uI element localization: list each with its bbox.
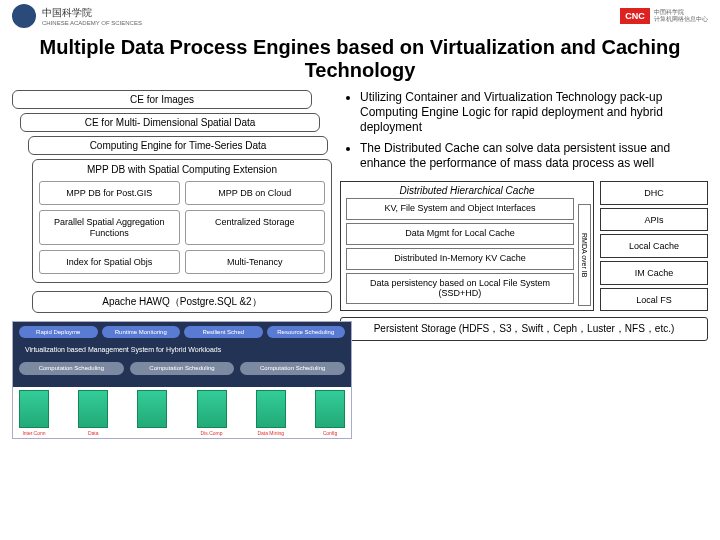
diagram-cap: Runtime Monitoring bbox=[102, 326, 181, 338]
dhc-head: Distributed Hierarchical Cache bbox=[344, 185, 590, 198]
diagram-sched: Computation Scheduling bbox=[240, 362, 345, 374]
bullet-list: Utilizing Container and Virtualization T… bbox=[350, 90, 708, 171]
server-icon bbox=[256, 390, 286, 428]
cnc-text-2: 计算机网络信息中心 bbox=[654, 16, 708, 23]
server-label: Inter.Conn bbox=[19, 430, 49, 436]
dhc-tag: Local FS bbox=[600, 288, 708, 312]
mpp-cell: Parallel Spatial Aggregation Functions bbox=[39, 210, 180, 245]
dhc-row: Data Mgmt for Local Cache bbox=[346, 223, 574, 245]
server-label: Config bbox=[315, 430, 345, 436]
engine-stack: CE for Images CE for Multi- Dimensional … bbox=[12, 90, 332, 313]
mpp-cell: MPP DB for Post.GIS bbox=[39, 181, 180, 205]
ce-images: CE for Images bbox=[12, 90, 312, 109]
bullet: The Distributed Cache can solve data per… bbox=[360, 141, 708, 171]
cnc-mark: CNC bbox=[620, 8, 650, 24]
ce-time-series: Computing Engine for Time-Series Data bbox=[28, 136, 328, 155]
mpp-cell: Multi-Tenancy bbox=[185, 250, 326, 274]
cnc-text-1: 中国科学院 bbox=[654, 9, 708, 16]
server-icon bbox=[137, 390, 167, 428]
server-label: Data Mining bbox=[256, 430, 286, 436]
rmda-label: RMDA over IB bbox=[578, 204, 591, 306]
server-icon bbox=[78, 390, 108, 428]
header: 中国科学院 CHINESE ACADEMY OF SCIENCES CNC 中国… bbox=[0, 0, 720, 32]
dhc-row: KV, File System and Object Interfaces bbox=[346, 198, 574, 220]
mpp-db-box: MPP DB with Spatial Computing Extension … bbox=[32, 159, 332, 283]
logo-left: 中国科学院 CHINESE ACADEMY OF SCIENCES bbox=[12, 4, 142, 28]
dhc-tag: Local Cache bbox=[600, 234, 708, 258]
mpp-cell: MPP DB on Cloud bbox=[185, 181, 326, 205]
mpp-db-head: MPP DB with Spatial Computing Extension bbox=[33, 160, 331, 179]
bullet: Utilizing Container and Virtualization T… bbox=[360, 90, 708, 135]
dhc-tag: IM Cache bbox=[600, 261, 708, 285]
server-label: Data bbox=[78, 430, 108, 436]
apache-hawq: Apache HAWQ（Postgre.SQL &2） bbox=[32, 291, 332, 313]
diagram-label: Virtualization based Management System f… bbox=[25, 346, 221, 353]
dhc-row: Distributed In-Memory KV Cache bbox=[346, 248, 574, 270]
server-icon bbox=[19, 390, 49, 428]
diagram-cap: Resilient Sched bbox=[184, 326, 263, 338]
dhc-row: Data persistency based on Local File Sys… bbox=[346, 273, 574, 305]
dhc-tag: APIs bbox=[600, 208, 708, 232]
page-title: Multiple Data Process Engines based on V… bbox=[0, 32, 720, 90]
logo-right: CNC 中国科学院 计算机网络信息中心 bbox=[620, 8, 708, 24]
org-name-ch: 中国科学院 bbox=[42, 6, 142, 20]
diagram-cap: Resource Scheduling bbox=[267, 326, 346, 338]
persistent-storage: Persistent Storage (HDFS，S3，Swift，Ceph，L… bbox=[340, 317, 708, 341]
diagram-sched: Computation Scheduling bbox=[19, 362, 124, 374]
dhc-block: Distributed Hierarchical Cache KV, File … bbox=[340, 181, 594, 311]
ce-multi-dim: CE for Multi- Dimensional Spatial Data bbox=[20, 113, 320, 132]
mpp-cell: Centralized Storage bbox=[185, 210, 326, 245]
server-icon bbox=[315, 390, 345, 428]
diagram-cap: Rapid Deployme bbox=[19, 326, 98, 338]
dhc-tag: DHC bbox=[600, 181, 708, 205]
mpp-cell: Index for Spatial Objs bbox=[39, 250, 180, 274]
virtualization-diagram: Rapid Deployme Runtime Monitoring Resili… bbox=[12, 321, 352, 439]
server-icon bbox=[197, 390, 227, 428]
org-name-en: CHINESE ACADEMY OF SCIENCES bbox=[42, 20, 142, 26]
cas-logo-icon bbox=[12, 4, 36, 28]
server-label: Dis.Comp bbox=[197, 430, 227, 436]
diagram-sched: Computation Scheduling bbox=[130, 362, 235, 374]
